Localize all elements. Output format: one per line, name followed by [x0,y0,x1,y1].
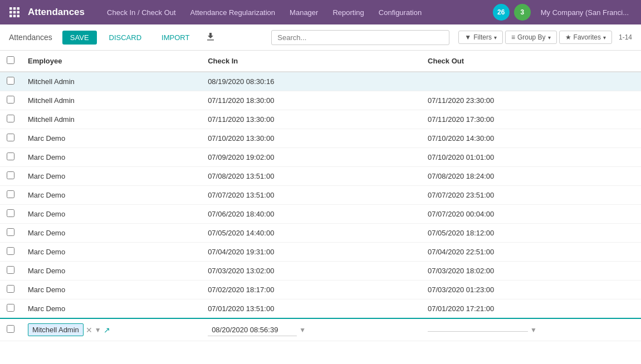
download-button[interactable] [202,29,219,46]
checkin-cell: 07/05/2020 14:40:00 [201,224,421,243]
svg-rect-8 [17,15,20,18]
svg-rect-0 [9,7,12,10]
row-checkbox-cell [0,148,21,167]
employee-cell: Marc Demo [21,129,201,148]
edit-row: Mitchell Admin ✕ ▼ ↗ 08/20/2020 08:56:39… [0,318,641,341]
employee-cell: Marc Demo [21,262,201,281]
attendance-table: Employee Check In Check Out Mitchell Adm… [0,51,641,341]
checkin-cell: 07/03/2020 13:02:00 [201,262,421,281]
notification-badge-1[interactable]: 26 [493,4,510,21]
svg-rect-6 [9,15,12,18]
filters-button[interactable]: ▼ Filters ▾ [458,31,503,44]
checkout-cell: 07/03/2020 18:02:00 [421,262,641,281]
row-checkbox[interactable] [7,285,14,293]
row-checkbox-cell [0,205,21,224]
table-row: Marc Demo07/03/2020 13:02:0007/03/2020 1… [0,262,641,281]
select-all-checkbox[interactable] [7,56,14,64]
row-checkbox-cell [0,129,21,148]
discard-button[interactable]: DISCARD [101,31,150,45]
row-checkbox[interactable] [7,77,14,85]
row-checkbox[interactable] [7,171,14,179]
nav-reporting[interactable]: Reporting [326,5,370,20]
groupby-button[interactable]: ≡ Group By ▾ [505,31,557,44]
row-checkbox[interactable] [7,266,14,274]
employee-column-header: Employee [21,51,201,72]
row-checkbox[interactable] [7,190,14,198]
groupby-caret: ▾ [548,35,551,41]
table-row: Marc Demo07/08/2020 13:51:0007/08/2020 1… [0,167,641,186]
favorites-button[interactable]: ★ Favorites ▾ [559,31,612,44]
checkin-cell: 07/02/2020 18:17:00 [201,281,421,299]
checkin-column-header: Check In [201,51,421,72]
svg-rect-1 [13,7,16,10]
employee-cell: Marc Demo [21,243,201,262]
checkout-cell: 07/05/2020 18:12:00 [421,224,641,243]
row-checkbox[interactable] [7,209,14,217]
favorites-caret: ▾ [603,35,606,41]
employee-cell: Marc Demo [21,205,201,224]
save-button[interactable]: SAVE [62,31,97,45]
checkout-cell: 07/10/2020 14:30:00 [421,129,641,148]
employee-cell: Marc Demo [21,224,201,243]
row-checkbox[interactable] [7,153,14,160]
edit-checkout-dropdown[interactable]: ▼ [530,326,537,334]
checkout-cell: 07/01/2020 17:21:00 [421,299,641,319]
checkout-cell: 07/04/2020 22:51:00 [421,243,641,262]
checkout-cell: 07/07/2020 00:04:00 [421,205,641,224]
row-checkbox[interactable] [7,115,14,122]
row-checkbox[interactable] [7,96,14,104]
checkout-cell: 07/08/2020 18:24:00 [421,167,641,186]
edit-row-checkbox[interactable] [7,325,14,333]
checkout-cell: 07/11/2020 23:30:00 [421,91,641,110]
edit-external-link-icon[interactable]: ↗ [104,326,110,335]
company-selector[interactable]: My Company (San Franci... [535,5,634,20]
table-row: Marc Demo07/10/2020 13:30:0007/10/2020 1… [0,129,641,148]
edit-checkout-field[interactable] [428,328,528,332]
page-breadcrumb: Attendances [9,33,52,42]
table-row: Mitchell Admin08/19/2020 08:30:16 [0,72,641,91]
row-checkbox-cell [0,243,21,262]
search-input[interactable] [271,30,449,45]
row-checkbox-cell [0,72,21,91]
edit-dropdown-icon[interactable]: ▼ [95,326,101,334]
groupby-icon: ≡ [511,33,515,41]
edit-clear-icon[interactable]: ✕ [86,326,92,335]
grid-icon[interactable] [7,4,22,20]
filters-caret: ▾ [494,35,497,41]
nav-configuration[interactable]: Configuration [372,5,428,20]
employee-cell: Marc Demo [21,148,201,167]
edit-checkin-dropdown[interactable]: ▼ [299,326,306,334]
checkout-cell: 07/11/2020 17:30:00 [421,110,641,129]
edit-employee-field[interactable]: Mitchell Admin [28,323,84,336]
nav-regularization[interactable]: Attendance Regularization [184,5,282,20]
star-icon: ★ [565,33,571,41]
edit-checkin-field[interactable]: 08/20/2020 08:56:39 [208,324,297,336]
select-all-checkbox-header[interactable] [0,51,21,72]
import-button[interactable]: IMPORT [154,31,197,45]
checkin-cell: 07/06/2020 18:40:00 [201,205,421,224]
svg-rect-5 [17,11,20,14]
checkout-cell: 07/03/2020 01:23:00 [421,281,641,299]
checkout-cell: 07/07/2020 23:51:00 [421,186,641,205]
row-checkbox[interactable] [7,304,14,312]
row-checkbox[interactable] [7,228,14,236]
employee-cell: Marc Demo [21,186,201,205]
employee-cell: Mitchell Admin [21,110,201,129]
nav-manager[interactable]: Manager [283,5,325,20]
checkout-column-header: Check Out [421,51,641,72]
nav-checkin[interactable]: Check In / Check Out [100,5,183,20]
app-name: Attendances [28,7,85,18]
topbar: Attendances Check In / Check Out Attenda… [0,0,641,24]
pagination-info: 1-14 [619,33,632,41]
row-checkbox[interactable] [7,134,14,141]
attendance-table-container: Employee Check In Check Out Mitchell Adm… [0,51,641,341]
edit-row-checkbox-cell [0,318,21,341]
checkin-cell: 07/08/2020 13:51:00 [201,167,421,186]
filter-icon: ▼ [464,33,471,41]
table-row: Marc Demo07/06/2020 18:40:0007/07/2020 0… [0,205,641,224]
row-checkbox[interactable] [7,247,14,255]
checkout-cell [421,72,641,91]
notification-badge-2[interactable]: 3 [514,4,531,21]
checkin-cell: 08/19/2020 08:30:16 [201,72,421,91]
svg-rect-3 [9,11,12,14]
